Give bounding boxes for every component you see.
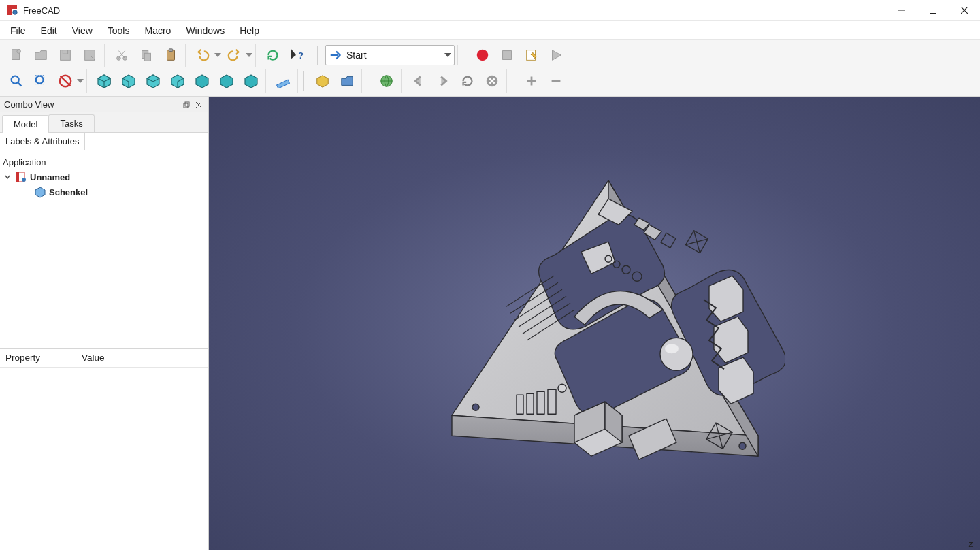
view-rear-button[interactable] (191, 69, 214, 93)
svg-rect-53 (548, 389, 556, 414)
view-top-button[interactable] (142, 69, 165, 93)
svg-rect-42 (16, 172, 19, 182)
redo-button[interactable] (223, 44, 246, 67)
menu-edit[interactable]: Edit (33, 22, 65, 39)
toolbar-row-2 (2, 68, 978, 94)
view-right-button[interactable] (166, 69, 189, 93)
undo-dropdown[interactable] (214, 53, 221, 57)
window-minimize-button[interactable] (886, 0, 917, 20)
svg-rect-35 (277, 80, 290, 88)
svg-point-43 (22, 178, 26, 182)
nav-refresh-button[interactable] (456, 69, 479, 93)
macro-stop-button[interactable] (495, 44, 519, 67)
tree-item-schenkel[interactable]: Schenkel (3, 184, 206, 199)
svg-rect-3 (930, 7, 936, 14)
menu-file[interactable]: File (3, 22, 33, 39)
panel-undock-button[interactable] (181, 99, 192, 110)
viewport-3d[interactable]: z (209, 97, 980, 550)
svg-rect-7 (63, 50, 67, 54)
svg-rect-63 (661, 233, 676, 248)
cut-button[interactable] (110, 44, 133, 67)
property-header: Property Value (0, 349, 208, 368)
menu-macro[interactable]: Macro (137, 22, 178, 39)
nav-back-button[interactable] (407, 69, 430, 93)
view-iso-button[interactable] (93, 69, 116, 93)
macro-record-button[interactable] (471, 44, 494, 67)
view-front-button[interactable] (117, 69, 140, 93)
svg-point-2 (13, 10, 17, 14)
tree-caret-icon[interactable] (3, 174, 12, 180)
nav-forward-button[interactable] (431, 69, 455, 93)
draw-style-button[interactable] (54, 69, 77, 93)
svg-rect-51 (527, 393, 534, 414)
value-col-header: Value (76, 349, 110, 367)
svg-rect-50 (517, 395, 523, 414)
app-icon (7, 5, 18, 16)
tab-model[interactable]: Model (2, 115, 49, 133)
view-bottom-button[interactable] (215, 69, 238, 93)
tree-document[interactable]: Unnamed (3, 169, 206, 184)
tab-tasks[interactable]: Tasks (48, 114, 94, 132)
workbench-selector[interactable]: Start (325, 45, 455, 65)
refresh-button[interactable] (261, 44, 284, 67)
copy-button[interactable] (135, 44, 158, 67)
zoom-selection-button[interactable] (29, 69, 52, 93)
svg-rect-1 (7, 5, 17, 9)
view-left-button[interactable] (240, 69, 263, 93)
subtab-labels-attributes[interactable]: Labels & Attributes (0, 133, 85, 150)
svg-rect-39 (184, 103, 188, 108)
combo-view-panel: Combo View Model Tasks Labels & Attribut… (0, 97, 209, 550)
nav-stop-button[interactable] (480, 69, 504, 93)
redo-dropdown[interactable] (246, 53, 252, 57)
macro-play-button[interactable] (544, 44, 568, 67)
title-bar: FreeCAD (0, 0, 980, 21)
toolbar-row-1: ? Start (2, 42, 978, 68)
svg-point-5 (17, 50, 20, 54)
undo-button[interactable] (191, 44, 214, 67)
svg-marker-44 (35, 187, 45, 197)
new-button[interactable] (5, 44, 28, 67)
whatsthis-button[interactable]: ? (286, 44, 309, 67)
draw-style-dropdown[interactable] (77, 79, 84, 83)
create-part-button[interactable] (311, 69, 334, 93)
saveas-button[interactable] (78, 44, 101, 67)
document-icon (15, 171, 27, 183)
svg-point-49 (665, 344, 679, 353)
zoom-in-button[interactable] (520, 69, 543, 93)
workbench-label: Start (344, 50, 444, 61)
menu-windows[interactable]: Windows (178, 22, 232, 39)
svg-point-54 (558, 384, 566, 392)
menu-help[interactable]: Help (232, 22, 267, 39)
panel-close-button[interactable] (193, 99, 204, 110)
menu-tools[interactable]: Tools (100, 22, 137, 39)
model-tree[interactable]: Application Unnamed Schenkel (0, 150, 208, 348)
zoom-fit-button[interactable] (5, 69, 28, 93)
svg-point-16 (477, 50, 489, 61)
save-button[interactable] (54, 44, 77, 67)
window-close-button[interactable] (949, 0, 980, 20)
toolbar-area: ? Start (0, 40, 980, 97)
window-maximize-button[interactable] (917, 0, 949, 20)
web-home-button[interactable] (375, 69, 398, 93)
tree-item-label: Schenkel (49, 187, 88, 197)
svg-marker-32 (196, 75, 208, 88)
measure-button[interactable] (272, 69, 295, 93)
property-col-header: Property (0, 349, 76, 367)
svg-point-20 (36, 76, 44, 84)
svg-rect-17 (503, 51, 512, 60)
svg-marker-33 (220, 75, 233, 88)
svg-text:?: ? (298, 50, 304, 61)
create-group-button[interactable] (336, 69, 359, 93)
menu-view[interactable]: View (65, 22, 100, 39)
svg-point-48 (660, 338, 693, 370)
macro-edit-button[interactable] (520, 44, 543, 67)
paste-button[interactable] (159, 44, 182, 67)
zoom-out-button[interactable] (544, 69, 568, 93)
chevron-down-icon (444, 53, 451, 57)
tree-root[interactable]: Application (3, 155, 206, 169)
svg-marker-34 (245, 75, 257, 88)
svg-rect-12 (144, 53, 150, 61)
svg-rect-52 (537, 391, 544, 414)
open-button[interactable] (29, 44, 52, 67)
main-layout: Combo View Model Tasks Labels & Attribut… (0, 97, 980, 550)
